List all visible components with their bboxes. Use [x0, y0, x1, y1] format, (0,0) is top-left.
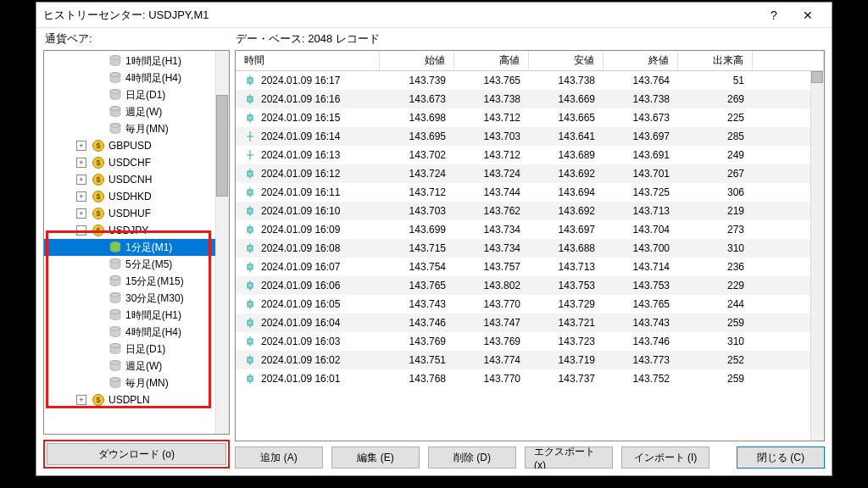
expand-icon[interactable]: + [76, 208, 86, 219]
tree-timeframe[interactable]: 1時間足(H1) [44, 53, 229, 69]
cell-open: 143.712 [380, 186, 454, 198]
expand-icon[interactable]: + [76, 191, 86, 202]
th-volume[interactable]: 出来高 [678, 51, 753, 70]
candle-icon [244, 336, 256, 347]
cell-high: 143.703 [454, 130, 529, 142]
tree-symbol[interactable]: +$USDHUF [44, 205, 229, 222]
th-open[interactable]: 始値 [380, 51, 454, 70]
symbol-tree: 1時間足(H1)4時間足(H4)日足(D1)週足(W)毎月(MN)+$GBPUS… [43, 50, 230, 435]
cell-open: 143.754 [380, 261, 454, 273]
tree-timeframe[interactable]: 週足(W) [44, 358, 229, 374]
tree-symbol[interactable]: +$USDPLN [44, 391, 229, 408]
expand-icon[interactable]: + [76, 158, 86, 168]
expand-icon[interactable]: + [76, 175, 86, 185]
svg-rect-57 [248, 208, 253, 214]
timeframe-icon [108, 376, 122, 390]
timeframe-icon [108, 88, 122, 102]
close-window-button[interactable]: 閉じる (C) [737, 446, 825, 469]
tree-scrollbar[interactable] [215, 51, 229, 434]
export-button[interactable]: エクスポート (x) [525, 446, 613, 469]
candle-icon [244, 168, 256, 180]
table-row[interactable]: 2024.01.09 16:16 143.673 143.738 143.669… [236, 90, 824, 108]
add-button[interactable]: 追加 (A) [235, 446, 323, 469]
svg-rect-71 [248, 339, 253, 344]
svg-rect-73 [248, 358, 253, 363]
download-button[interactable]: ダウンロード (o) [47, 443, 226, 465]
table-header: 時間 始値 高値 安値 終値 出来高 [236, 51, 824, 71]
tree-timeframe[interactable]: 日足(D1) [44, 341, 229, 358]
table-row[interactable]: 2024.01.09 16:08 143.715 143.734 143.688… [236, 239, 824, 258]
cell-high: 143.734 [454, 224, 529, 236]
tree-timeframe[interactable]: 1分足(M1) [44, 239, 229, 256]
symbol-icon: $ [92, 207, 105, 220]
tree-timeframe[interactable]: 4時間足(H4) [44, 324, 229, 341]
tree-timeframe[interactable]: 30分足(M30) [44, 290, 229, 307]
table-scrollbar[interactable] [810, 71, 824, 441]
tree-timeframe[interactable]: 毎月(MN) [44, 374, 229, 391]
table-row[interactable]: 2024.01.09 16:05 143.743 143.770 143.729… [236, 295, 824, 313]
table-row[interactable]: 2024.01.09 16:02 143.751 143.774 143.719… [236, 351, 824, 369]
timeframe-icon [108, 71, 122, 85]
tree-scrollbar-thumb[interactable] [216, 95, 228, 197]
table-row[interactable]: 2024.01.09 16:12 143.724 143.724 143.692… [236, 164, 824, 183]
cell-high: 143.762 [454, 205, 529, 217]
tree-timeframe[interactable]: 日足(D1) [44, 86, 229, 103]
doji-icon [244, 130, 256, 142]
table-row[interactable]: 2024.01.09 16:14 143.695 143.703 143.641… [236, 127, 824, 146]
symbol-icon: $ [92, 224, 105, 237]
table-row[interactable]: 2024.01.09 16:06 143.765 143.802 143.753… [236, 276, 824, 295]
tree-timeframe[interactable]: 毎月(MN) [44, 120, 229, 137]
collapse-icon[interactable]: − [76, 225, 86, 236]
table-row[interactable]: 2024.01.09 16:09 143.699 143.734 143.697… [236, 220, 824, 239]
tree-timeframe[interactable]: 15分足(M15) [44, 273, 229, 290]
table-row[interactable]: 2024.01.09 16:01 143.768 143.770 143.737… [236, 369, 824, 388]
table-row[interactable]: 2024.01.09 16:03 143.769 143.769 143.723… [236, 332, 824, 351]
tree-symbol[interactable]: +$USDHKD [44, 188, 229, 205]
delete-button[interactable]: 削除 (D) [428, 446, 516, 469]
table-row[interactable]: 2024.01.09 16:07 143.754 143.757 143.713… [236, 258, 824, 276]
table-row[interactable]: 2024.01.09 16:15 143.698 143.712 143.665… [236, 108, 824, 127]
expand-icon[interactable]: + [76, 141, 86, 151]
buttons-row: 追加 (A) 編集 (E) 削除 (D) エクスポート (x) インポート (I… [235, 446, 825, 469]
candle-icon [244, 317, 256, 329]
tree-symbol-active[interactable]: −$USDJPY [44, 222, 229, 239]
cell-low: 143.723 [529, 336, 604, 347]
tree-timeframe[interactable]: 1時間足(H1) [44, 307, 229, 324]
table-row[interactable]: 2024.01.09 16:10 143.703 143.762 143.692… [236, 202, 824, 220]
tree-timeframe[interactable]: 5分足(M5) [44, 256, 229, 273]
th-low[interactable]: 安値 [529, 51, 604, 70]
svg-rect-45 [248, 97, 253, 102]
table-row[interactable]: 2024.01.09 16:04 143.746 143.747 143.721… [236, 313, 824, 332]
th-time[interactable]: 時間 [236, 51, 380, 70]
svg-text:$: $ [96, 192, 100, 201]
tree-symbol[interactable]: +$USDCNH [44, 171, 229, 188]
expand-icon[interactable]: + [76, 395, 86, 405]
cell-volume: 252 [678, 354, 753, 366]
window-title: ヒストリーセンター: USDJPY,M1 [43, 8, 757, 23]
tree-timeframe[interactable]: 4時間足(H4) [44, 69, 229, 86]
import-button[interactable]: インポート (I) [621, 446, 709, 469]
table-scrollbar-thumb[interactable] [811, 71, 823, 83]
cell-close: 143.714 [604, 261, 678, 273]
cell-low: 143.713 [529, 261, 604, 273]
cell-open: 143.698 [380, 112, 454, 124]
tree-timeframe[interactable]: 週足(W) [44, 103, 229, 120]
table-row[interactable]: 2024.01.09 16:13 143.702 143.712 143.689… [236, 146, 824, 164]
help-button[interactable]: ? [757, 3, 791, 27]
cell-time: 2024.01.09 16:15 [261, 112, 340, 124]
close-button[interactable]: ✕ [791, 3, 825, 27]
table-row[interactable]: 2024.01.09 16:17 143.739 143.765 143.738… [236, 71, 824, 90]
candle-icon [244, 224, 256, 236]
tree-symbol[interactable]: +$USDCHF [44, 154, 229, 171]
tree-symbol[interactable]: +$GBPUSD [44, 137, 229, 154]
svg-rect-67 [248, 302, 253, 307]
th-close[interactable]: 終値 [604, 51, 678, 70]
cell-time: 2024.01.09 16:06 [261, 280, 340, 291]
edit-button[interactable]: 編集 (E) [331, 446, 420, 469]
th-high[interactable]: 高値 [454, 51, 529, 70]
cell-low: 143.665 [529, 112, 604, 124]
table-row[interactable]: 2024.01.09 16:11 143.712 143.744 143.694… [236, 183, 824, 202]
pair-label: 通貨ペア: [45, 31, 236, 47]
cell-open: 143.751 [380, 354, 454, 366]
cell-high: 143.770 [454, 298, 529, 310]
